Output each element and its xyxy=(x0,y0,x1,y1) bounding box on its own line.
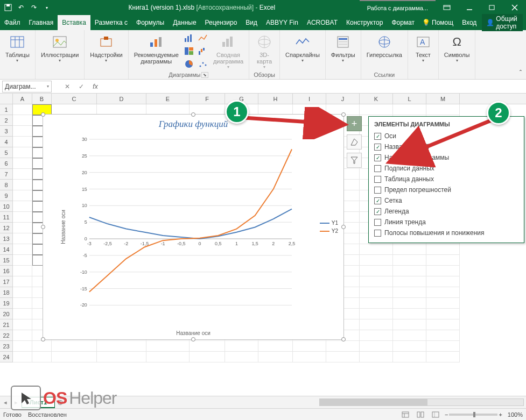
undo-button[interactable]: ↶ xyxy=(15,2,27,13)
chart-element-option[interactable]: Подписи данных xyxy=(374,163,518,174)
pivot-chart-button[interactable]: Сводная диаграмма▾ xyxy=(211,32,246,70)
row-header[interactable]: 11 xyxy=(0,212,13,223)
column-header[interactable]: H xyxy=(258,94,293,104)
row-header[interactable]: 4 xyxy=(0,137,13,147)
illustrations-button[interactable]: Иллюстрации▾ xyxy=(39,32,81,64)
tab-вид[interactable]: Вид xyxy=(241,15,262,30)
chart-title[interactable]: Графики функций xyxy=(43,115,343,130)
cancel-formula-button[interactable]: ✕ xyxy=(61,81,73,92)
column-header[interactable]: I xyxy=(293,94,326,104)
name-box[interactable]: Диаграм...▾ xyxy=(2,81,52,92)
row-header[interactable]: 23 xyxy=(0,341,13,352)
y-axis-label[interactable]: Название оси xyxy=(60,210,66,244)
x-axis-label[interactable]: Название оси xyxy=(176,330,211,336)
column-header[interactable]: C xyxy=(52,94,97,104)
row-header[interactable]: 18 xyxy=(0,287,13,298)
column-header[interactable]: A xyxy=(13,94,32,104)
row-header[interactable]: 13 xyxy=(0,233,13,244)
page-layout-view-button[interactable] xyxy=(415,410,426,419)
row-header[interactable]: 17 xyxy=(0,276,13,287)
chart-element-option[interactable]: ✓Легенда xyxy=(374,206,518,217)
row-header[interactable]: 7 xyxy=(0,169,13,180)
minimize-button[interactable] xyxy=(458,0,481,15)
accept-formula-button[interactable]: ✓ xyxy=(75,81,87,92)
row-header[interactable]: 12 xyxy=(0,223,13,233)
hierarchy-chart-icon[interactable] xyxy=(183,45,195,57)
chart-elements-button[interactable]: + xyxy=(347,116,362,131)
recommended-charts-button[interactable]: Рекомендуемые диаграммы xyxy=(132,32,181,66)
column-header[interactable]: E xyxy=(146,94,190,104)
fx-button[interactable]: fx xyxy=(89,81,101,92)
row-header[interactable]: 24 xyxy=(0,352,13,362)
row-header[interactable]: 9 xyxy=(0,190,13,201)
tell-me-input[interactable]: 💡 Помощ xyxy=(419,19,457,26)
maximize-button[interactable] xyxy=(481,0,503,15)
tables-button[interactable]: Таблицы▾ xyxy=(3,32,32,64)
page-break-view-button[interactable] xyxy=(430,410,441,419)
chart-element-option[interactable]: Полосы повышения и понижения xyxy=(374,227,518,238)
column-header[interactable]: M xyxy=(426,94,460,104)
tab-file[interactable]: Файл xyxy=(0,15,25,30)
column-header[interactable]: F xyxy=(190,94,225,104)
save-button[interactable] xyxy=(2,2,14,13)
sheet-nav-next[interactable]: ▸ xyxy=(11,399,22,406)
symbols-button[interactable]: Ω Символы▾ xyxy=(442,32,472,64)
row-header[interactable]: 3 xyxy=(0,126,13,137)
pie-chart-icon[interactable] xyxy=(183,58,195,70)
close-button[interactable] xyxy=(503,0,526,15)
row-header[interactable]: 2 xyxy=(0,115,13,126)
column-chart-icon[interactable] xyxy=(183,32,195,44)
tab-вставка[interactable]: Вставка xyxy=(58,15,90,30)
3d-map-button[interactable]: 3D- карта▾ xyxy=(253,32,276,70)
tab-конструктор[interactable]: Конструктор xyxy=(342,15,387,30)
signin-button[interactable]: Вход xyxy=(459,19,480,26)
redo-button[interactable]: ↷ xyxy=(28,2,40,13)
text-button[interactable]: A Текст▾ xyxy=(411,32,435,64)
chart-element-option[interactable]: Таблица данных xyxy=(374,174,518,184)
share-button[interactable]: 👤 Общий доступ xyxy=(482,14,523,31)
waterfall-chart-icon[interactable] xyxy=(197,45,209,57)
row-header[interactable]: 20 xyxy=(0,309,13,319)
tab-abbyy fin[interactable]: ABBYY Fin xyxy=(262,15,303,30)
chart-filters-button[interactable] xyxy=(347,153,362,168)
column-header[interactable]: B xyxy=(32,94,52,104)
column-header[interactable]: L xyxy=(393,94,426,104)
row-header[interactable]: 19 xyxy=(0,298,13,309)
tab-формат[interactable]: Формат xyxy=(387,15,419,30)
row-header[interactable]: 1 xyxy=(0,104,13,115)
filters-button[interactable]: Фильтры▾ xyxy=(329,32,357,64)
normal-view-button[interactable] xyxy=(399,410,411,419)
tab-acrobat[interactable]: ACROBAT xyxy=(303,15,342,30)
select-all-corner[interactable] xyxy=(0,94,13,104)
hyperlink-button[interactable]: Гиперссылка xyxy=(364,32,404,59)
row-header[interactable]: 6 xyxy=(0,158,13,169)
column-header[interactable]: K xyxy=(360,94,393,104)
chart-element-option[interactable]: Линия тренда xyxy=(374,217,518,227)
row-header[interactable]: 5 xyxy=(0,147,13,158)
line-chart-icon[interactable] xyxy=(197,32,209,44)
collapse-ribbon-button[interactable]: ˆ xyxy=(515,30,526,79)
row-header[interactable]: 21 xyxy=(0,319,13,330)
tab-разметка с[interactable]: Разметка с xyxy=(90,15,132,30)
row-header[interactable]: 15 xyxy=(0,255,13,266)
zoom-slider[interactable] xyxy=(449,414,497,416)
chart-element-option[interactable]: ✓Сетка xyxy=(374,195,518,206)
tab-главная[interactable]: Главная xyxy=(25,15,58,30)
formula-input[interactable] xyxy=(103,81,524,92)
column-header[interactable]: J xyxy=(326,94,360,104)
sparklines-button[interactable]: Спарклайны▾ xyxy=(283,32,322,64)
column-header[interactable]: D xyxy=(97,94,146,104)
row-header[interactable]: 16 xyxy=(0,266,13,276)
tab-формулы[interactable]: Формулы xyxy=(132,15,169,30)
row-header[interactable]: 14 xyxy=(0,244,13,255)
tab-рецензиро[interactable]: Рецензиро xyxy=(201,15,242,30)
row-header[interactable]: 8 xyxy=(0,180,13,190)
scatter-chart-icon[interactable] xyxy=(197,58,209,70)
tab-данные[interactable]: Данные xyxy=(169,15,200,30)
ribbon-display-button[interactable] xyxy=(436,0,458,15)
row-header[interactable]: 22 xyxy=(0,330,13,341)
chart-plot-area[interactable]: -20-15-10-5051015202530-3-2,5-2-1,5-1-0,… xyxy=(70,136,295,318)
embedded-chart[interactable]: Графики функций -20-15-10-5051015202530-… xyxy=(43,114,344,340)
sheet-nav-prev[interactable]: ◂ xyxy=(0,399,11,406)
zoom-out-button[interactable]: − xyxy=(445,411,448,418)
